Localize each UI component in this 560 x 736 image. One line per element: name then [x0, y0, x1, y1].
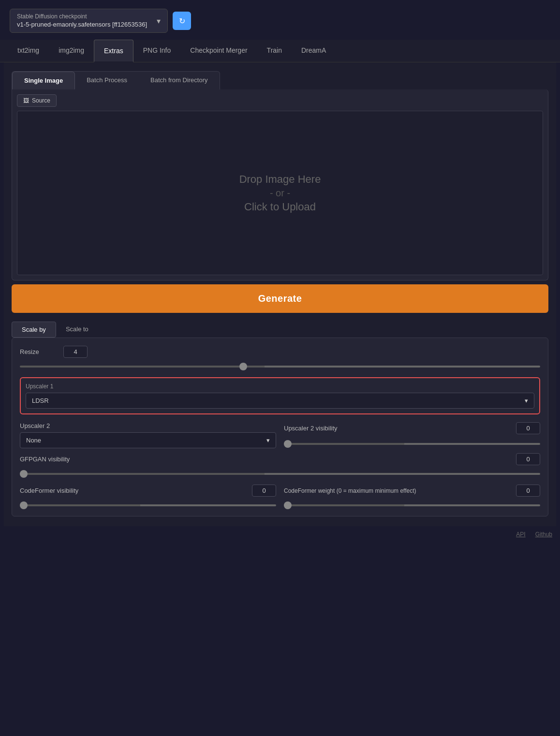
- source-button[interactable]: 🖼 Source: [17, 94, 57, 107]
- codeformer-visibility-group: CodeFormer visibility 0: [20, 485, 276, 508]
- api-link[interactable]: API: [516, 531, 525, 538]
- checkpoint-bar: Stable Diffusion checkpoint v1-5-pruned-…: [0, 0, 560, 40]
- sub-tabs: Single Image Batch Process Batch from Di…: [12, 71, 220, 89]
- upscaler2-arrow-icon: ▾: [266, 437, 270, 444]
- upscaler1-arrow-icon: ▾: [525, 397, 528, 404]
- refresh-icon: ↻: [179, 16, 185, 26]
- checkpoint-label: Stable Diffusion checkpoint: [17, 13, 147, 20]
- checkpoint-dropdown[interactable]: Stable Diffusion checkpoint v1-5-pruned-…: [10, 9, 168, 33]
- main-nav-tabs: txt2img img2img Extras PNG Info Checkpoi…: [0, 40, 560, 62]
- upscaler2-visibility-value: 0: [516, 422, 540, 434]
- upscaler1-box: Upscaler 1 LDSR ▾: [20, 377, 540, 414]
- checkpoint-value: v1-5-pruned-emaonly.safetensors [ff12653…: [17, 21, 147, 28]
- gfpgan-value: 0: [516, 453, 540, 465]
- tab-checkpoint-merger[interactable]: Checkpoint Merger: [180, 40, 257, 62]
- image-icon: 🖼: [23, 97, 29, 104]
- upscaler2-dropdown[interactable]: None ▾: [20, 432, 276, 448]
- tab-single-image[interactable]: Single Image: [12, 72, 75, 89]
- resize-setting: Resize 4: [20, 346, 540, 369]
- codeformer-weight-slider[interactable]: [284, 504, 540, 506]
- chevron-down-icon: ▾: [157, 16, 161, 26]
- generate-button[interactable]: Generate: [12, 284, 548, 313]
- upscaler1-label: Upscaler 1: [26, 383, 534, 390]
- drop-text: Drop Image Here: [239, 173, 321, 186]
- codeformer-weight-value: 0: [516, 485, 540, 497]
- main-content: Single Image Batch Process Batch from Di…: [4, 62, 556, 526]
- tab-batch-from-directory[interactable]: Batch from Directory: [139, 72, 219, 89]
- github-link[interactable]: Github: [535, 531, 552, 538]
- codeformer-visibility-slider[interactable]: [20, 504, 276, 506]
- codeformer-visibility-label: CodeFormer visibility: [20, 487, 78, 494]
- tab-png-info[interactable]: PNG Info: [133, 40, 181, 62]
- bottom-area: API Github: [0, 526, 560, 543]
- resize-slider[interactable]: [20, 366, 540, 368]
- upscaler1-dropdown[interactable]: LDSR ▾: [26, 393, 534, 409]
- upscaler2-group: Upscaler 2 None ▾: [20, 422, 276, 448]
- source-button-label: Source: [32, 97, 50, 104]
- or-text: - or -: [270, 188, 290, 199]
- tab-scale-by[interactable]: Scale by: [12, 322, 56, 338]
- tab-scale-to[interactable]: Scale to: [56, 322, 98, 338]
- tab-extras[interactable]: Extras: [94, 40, 133, 62]
- codeformer-visibility-value: 0: [252, 485, 276, 497]
- resize-value: 4: [63, 346, 88, 358]
- gfpgan-group: GFPGAN visibility 0: [20, 453, 540, 477]
- upload-zone[interactable]: Drop Image Here - or - Click to Upload: [17, 111, 543, 275]
- tab-txt2img[interactable]: txt2img: [8, 40, 49, 62]
- tab-dreama[interactable]: DreamA: [292, 40, 336, 62]
- upscaler1-value: LDSR: [32, 397, 49, 404]
- settings-panel: Resize 4 Upscaler 1 LDSR ▾ Upscaler 2 No…: [12, 338, 548, 516]
- gfpgan-label: GFPGAN visibility: [20, 456, 70, 463]
- upscaler2-row: Upscaler 2 None ▾ Upscaler 2 visibility …: [20, 422, 540, 448]
- upscaler2-visibility-label: Upscaler 2 visibility: [284, 425, 338, 432]
- upscaler2-visibility-group: Upscaler 2 visibility 0: [284, 422, 540, 447]
- upscaler2-label: Upscaler 2: [20, 422, 276, 429]
- codeformer-weight-label: CodeFormer weight (0 = maximum minimum e…: [284, 487, 416, 494]
- upscaler2-visibility-slider[interactable]: [284, 443, 540, 445]
- tab-img2img[interactable]: img2img: [49, 40, 94, 62]
- upscaler2-value: None: [26, 437, 41, 444]
- tab-batch-process[interactable]: Batch Process: [75, 72, 139, 89]
- scale-tabs: Scale by Scale to: [12, 322, 548, 338]
- resize-label: Resize: [20, 348, 59, 355]
- tab-train[interactable]: Train: [257, 40, 292, 62]
- click-upload-text: Click to Upload: [244, 201, 316, 213]
- upload-container: 🖼 Source Drop Image Here - or - Click to…: [12, 89, 548, 280]
- gfpgan-slider[interactable]: [20, 473, 540, 475]
- codeformer-weight-group: CodeFormer weight (0 = maximum minimum e…: [284, 485, 540, 508]
- refresh-checkpoint-button[interactable]: ↻: [173, 12, 191, 30]
- codeformer-row: CodeFormer visibility 0 CodeFormer weigh…: [20, 485, 540, 508]
